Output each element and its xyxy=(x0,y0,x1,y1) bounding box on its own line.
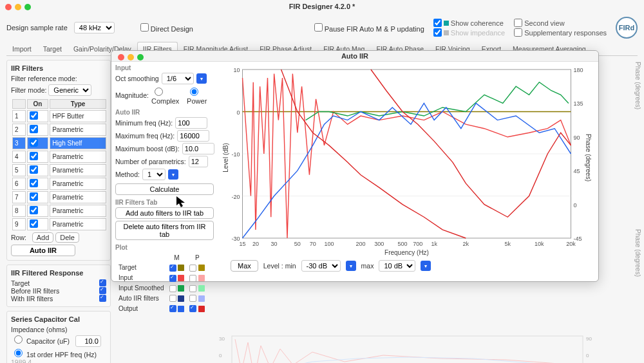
delete-row-button[interactable]: Dele xyxy=(55,232,79,243)
chevron-down-icon[interactable]: ▾ xyxy=(346,261,356,271)
minimize-icon[interactable] xyxy=(15,4,21,10)
chevron-down-icon[interactable]: ▾ xyxy=(196,73,207,84)
direct-design-check[interactable]: Direct Design xyxy=(140,23,193,33)
close-icon[interactable] xyxy=(5,4,12,10)
design-rate-select[interactable]: 48 kHz xyxy=(74,22,115,33)
level-min-label: Level : min xyxy=(263,262,296,270)
zoom-icon[interactable] xyxy=(137,54,144,60)
svg-text:135: 135 xyxy=(574,100,583,107)
calculate-button[interactable]: Calculate xyxy=(115,183,214,195)
n-param-label: Number of parametrics: xyxy=(115,158,186,165)
oct-smoothing-label: Oct smoothing xyxy=(115,75,159,82)
filter-mode-select[interactable]: Generic xyxy=(48,84,91,96)
capacitor-radio[interactable] xyxy=(14,335,23,344)
svg-text:10k: 10k xyxy=(535,241,544,247)
svg-text:Phase (degrees): Phase (degrees) xyxy=(585,134,592,182)
dialog-chart-area: 100-10-20-30 18013590450-45 152030507010… xyxy=(218,62,598,279)
auto-iir-button[interactable]: Auto IIR xyxy=(11,245,75,256)
hpf-radio[interactable] xyxy=(14,349,23,357)
min-freq-input[interactable] xyxy=(175,117,207,129)
svg-text:20k: 20k xyxy=(566,241,576,247)
phase-label: Phase (degrees) xyxy=(634,62,641,109)
capacitor-input[interactable] xyxy=(75,335,101,347)
svg-text:50: 50 xyxy=(294,241,301,247)
view-check[interactable]: Show coherence xyxy=(433,19,505,27)
main-chart: 100-10-20-30 18013590450-45 152030507010… xyxy=(218,64,596,257)
svg-text:500: 500 xyxy=(398,241,408,247)
panel-title: IIR Filters xyxy=(11,64,106,72)
svg-text:-20: -20 xyxy=(231,194,240,200)
max-button[interactable]: Max xyxy=(231,260,258,272)
section-title: Auto IIR xyxy=(115,109,214,116)
delete-auto-filters-button[interactable]: Delete auto filters from IIR tab xyxy=(115,221,214,240)
app-logo: FIRd xyxy=(616,17,638,39)
method-label: Method: xyxy=(115,171,140,178)
svg-text:Level (dB): Level (dB) xyxy=(222,143,229,172)
panel-title: Series Capacitor Cal xyxy=(11,315,106,323)
svg-rect-8 xyxy=(232,336,583,363)
chevron-down-icon[interactable]: ▾ xyxy=(168,169,178,180)
max-freq-input[interactable] xyxy=(177,130,209,142)
level-max-select[interactable]: 10 dB xyxy=(379,260,415,272)
window-title: FIR Designer 4.2.0 * xyxy=(289,3,355,10)
section-title: Input xyxy=(115,64,214,71)
pause-check[interactable]: Pause FIR Auto M & P updating xyxy=(314,23,424,33)
filter-table[interactable]: OnType1HPF Butter2Parametric3High Shelf4… xyxy=(11,98,108,232)
svg-text:700: 700 xyxy=(413,241,422,247)
svg-text:1k: 1k xyxy=(431,241,437,247)
svg-text:0: 0 xyxy=(219,353,222,358)
tab-import[interactable]: Import xyxy=(6,42,37,56)
mag-complex-radio[interactable]: Complex xyxy=(151,86,184,105)
row-label: Row: xyxy=(11,234,26,241)
close-icon[interactable] xyxy=(118,54,124,60)
top-toolbar: Design sample rate 48 kHz Direct Design … xyxy=(0,14,644,41)
n-param-input[interactable] xyxy=(189,156,208,167)
oct-smoothing-select[interactable]: 1/6 xyxy=(162,73,194,84)
view-check[interactable]: Second view xyxy=(514,19,607,27)
tab-target[interactable]: Target xyxy=(37,42,68,56)
add-auto-filters-button[interactable]: Add auto filters to IIR tab xyxy=(115,207,214,219)
svg-text:0: 0 xyxy=(574,202,577,209)
svg-text:90: 90 xyxy=(574,135,580,141)
series-cap-panel: Series Capacitor Cal Impedance (ohms) Ca… xyxy=(6,311,111,363)
svg-text:2k: 2k xyxy=(463,241,469,247)
mag-power-radio[interactable]: Power xyxy=(187,86,214,105)
svg-text:200: 200 xyxy=(356,241,366,247)
section-title: IIR Filters Tab xyxy=(115,199,214,206)
max-freq-label: Maximum freq (Hz): xyxy=(115,132,175,140)
svg-text:300: 300 xyxy=(374,241,384,247)
svg-text:0: 0 xyxy=(586,353,589,358)
auto-iir-dialog: Auto IIR Input Oct smoothing 1/6 ▾ Magni… xyxy=(111,50,599,282)
svg-text:100: 100 xyxy=(324,241,334,247)
svg-text:5k: 5k xyxy=(504,241,511,247)
dialog-titlebar: Auto IIR xyxy=(111,51,598,62)
filter-mode-label: Filter mode: xyxy=(11,86,46,94)
level-max-label: max xyxy=(361,262,374,270)
max-boost-input[interactable] xyxy=(182,143,214,154)
svg-text:180: 180 xyxy=(574,67,583,73)
minimize-icon[interactable] xyxy=(128,54,134,60)
panel-title: IIR Filtered Response xyxy=(11,269,106,277)
design-rate-label: Design sample rate xyxy=(6,24,68,32)
traffic-lights xyxy=(0,1,36,13)
dialog-sidebar: Input Oct smoothing 1/6 ▾ Magnitude: Com… xyxy=(111,62,218,279)
magnitude-label: Magnitude: xyxy=(115,91,149,99)
max-boost-label: Maximum boost (dB): xyxy=(115,145,180,153)
filtered-response-panel: IIR Filtered Response Target Before IIR … xyxy=(6,265,111,307)
svg-text:10: 10 xyxy=(233,67,240,73)
background-chart: 300-30-60 900-90-180 1520305070100200300… xyxy=(216,333,599,363)
method-select[interactable]: 1 xyxy=(142,169,166,180)
window-titlebar: FIR Designer 4.2.0 * xyxy=(0,0,644,14)
section-title: Plot xyxy=(115,244,214,251)
min-freq-label: Minimum freq (Hz): xyxy=(115,119,173,127)
view-check[interactable]: Show impedance xyxy=(433,28,505,37)
filter-ref-label: Filter reference mode: xyxy=(11,75,106,82)
add-row-button[interactable]: Add xyxy=(32,232,54,243)
dialog-title: Auto IIR xyxy=(341,52,368,60)
phase-label: Phase (degrees) xyxy=(634,229,641,277)
zoom-icon[interactable] xyxy=(24,4,31,10)
chevron-down-icon[interactable]: ▾ xyxy=(421,261,431,271)
level-min-select[interactable]: -30 dB xyxy=(301,260,341,272)
svg-text:0: 0 xyxy=(236,109,240,116)
view-check[interactable]: Supplementary responses xyxy=(514,28,607,37)
